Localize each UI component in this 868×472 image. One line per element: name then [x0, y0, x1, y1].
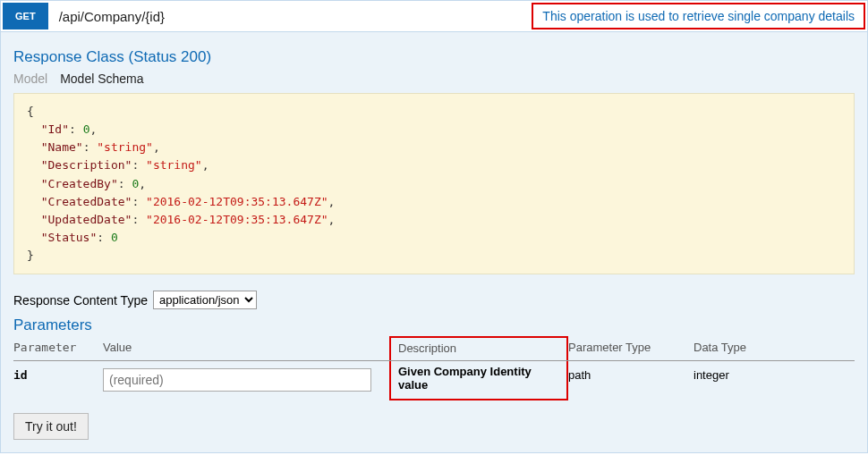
col-header-data-type: Data Type: [694, 336, 855, 361]
parameters-table: Parameter Value Description Parameter Ty…: [13, 336, 855, 400]
tab-model[interactable]: Model: [13, 72, 47, 86]
param-data-type: integer: [694, 361, 855, 401]
operation-summary: This operation is used to retrieve singl…: [532, 3, 865, 30]
schema-tabs: Model Model Schema: [13, 72, 855, 86]
operation-header[interactable]: GET /api/Company/{id} This operation is …: [1, 1, 867, 32]
content-type-label: Response Content Type: [13, 293, 148, 308]
http-method-badge: GET: [3, 3, 48, 30]
model-schema-json[interactable]: { "Id": 0, "Name": "string", "Descriptio…: [13, 93, 855, 274]
param-type: path: [568, 361, 694, 401]
api-path: /api/Company/{id}: [50, 1, 532, 31]
table-row: id Given Company Identity value path int…: [13, 361, 855, 401]
try-it-out-button[interactable]: Try it out!: [13, 413, 89, 440]
col-header-parameter: Parameter: [13, 336, 103, 361]
param-value-input[interactable]: [103, 368, 371, 392]
col-header-description: Description: [398, 341, 456, 355]
parameters-heading: Parameters: [13, 316, 855, 334]
param-name: id: [13, 361, 103, 401]
response-class-heading: Response Class (Status 200): [13, 48, 855, 66]
param-description: Given Company Identity value: [398, 365, 532, 392]
col-header-param-type: Parameter Type: [568, 336, 694, 361]
content-type-select[interactable]: application/json: [153, 291, 257, 309]
tab-model-schema[interactable]: Model Schema: [60, 72, 143, 86]
col-header-value: Value: [103, 336, 389, 361]
api-operation-panel: GET /api/Company/{id} This operation is …: [0, 0, 868, 453]
